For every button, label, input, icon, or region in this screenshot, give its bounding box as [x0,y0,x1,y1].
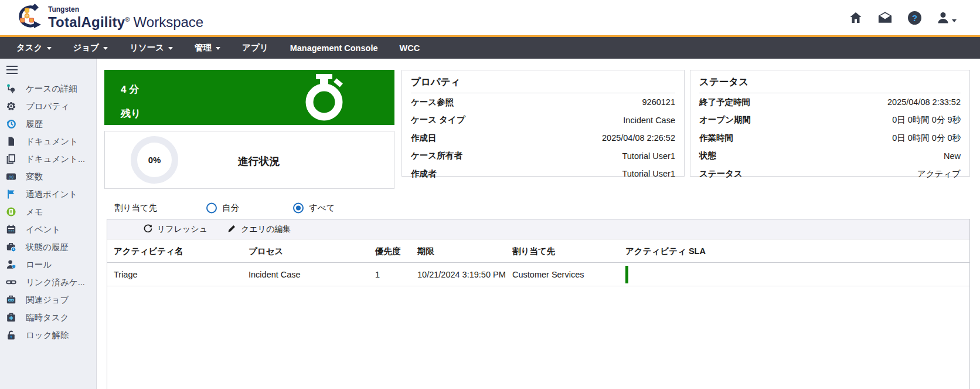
time-remaining-label: 残り [121,107,141,120]
sidebar-item-history[interactable]: 履歴 [0,115,96,133]
registered-mark: ® [125,16,130,23]
sidebar-item-properties[interactable]: プロパティ [0,97,96,115]
cell-assigned-to: Customer Services [512,270,584,279]
calendar-icon [6,224,16,235]
brand: Tungsten TotalAgility®Workspace [0,3,203,32]
table-row[interactable]: Triage Incident Case 1 10/21/2024 3:19:5… [107,263,969,286]
gear-icon [6,101,16,111]
sidebar-item-events[interactable]: イベント [0,221,96,238]
nav-tasks[interactable]: タスク [16,42,52,53]
nav-apps[interactable]: アプリ [242,42,268,53]
app-header: Tungsten TotalAgility®Workspace ? [0,0,980,35]
sidebar-item-case-details[interactable]: ケースの詳細 [0,80,96,97]
col-due-date[interactable]: 期限 [417,245,434,256]
sidebar-item-notes[interactable]: メモ [0,203,96,221]
nav-management-console[interactable]: Management Console [290,43,378,53]
property-row: 作成者Tutorial User1 [411,165,675,183]
assigned-to-label: 割り当て先 [114,202,157,214]
time-remaining-value: 4 分 [121,83,139,96]
sidebar-item-linked-cases[interactable]: リンク済みケ... [0,273,96,291]
stopwatch-icon [301,73,348,124]
sidebar-item-variables[interactable]: (x) 変数 [0,168,96,185]
sidebar-item-documents[interactable]: ドキュメント [0,133,96,150]
property-row: ケース所有者Tutorial User1 [411,147,675,165]
status-row: 終了予定時間2025/04/08 2:33:52 [699,93,961,111]
role-icon [6,259,16,270]
document-icon [6,136,16,147]
property-row: ケース タイプIncident Case [411,111,675,130]
adhoc-task-icon [6,312,16,323]
flag-icon [6,189,16,199]
user-menu-icon[interactable] [936,11,957,25]
refresh-button[interactable]: リフレッシュ [144,224,207,235]
state-history-icon [6,242,16,252]
chevron-down-icon [47,47,52,50]
home-icon[interactable] [848,10,863,25]
cell-process: Incident Case [249,270,301,279]
help-icon[interactable]: ? [907,10,922,25]
documents-icon [6,154,16,164]
progress-card: 0% 進行状況 [104,131,394,189]
radio-icon [206,202,217,213]
sidebar-item-adhoc-tasks[interactable]: 臨時タスク [0,309,96,326]
sla-timer-card: 4 分 残り [104,70,394,125]
status-title: ステータス [699,76,961,93]
status-row: ステータスアクティブ [699,165,961,183]
note-icon [6,207,16,217]
user-caret-icon [952,19,957,22]
grid-toolbar: リフレッシュ クエリの編集 [107,219,969,239]
sidebar-item-milestones[interactable]: 通過ポイント [0,185,96,203]
property-row: 作成日2025/04/08 2:26:52 [411,129,675,147]
cell-due-date: 10/21/2024 3:19:50 PM [417,270,506,279]
activity-grid: リフレッシュ クエリの編集 アクティビティ名 プロセス 優先度 期限 割り当て先… [107,219,970,389]
svg-text:?: ? [911,13,917,23]
radio-assigned-me[interactable]: 自分 [206,202,239,214]
nav-resources[interactable]: リソース [130,42,173,53]
status-row: 状態New [699,147,961,165]
sidebar: ケースの詳細 プロパティ 履歴 ドキュメント ドキュメント... (x) 変数 … [0,59,97,389]
table-header: アクティビティ名 プロセス 優先度 期限 割り当て先 アクティビティ SLA [107,239,969,263]
col-assigned-to[interactable]: 割り当て先 [512,245,555,256]
col-activity-sla[interactable]: アクティビティ SLA [625,245,706,256]
col-process[interactable]: プロセス [249,245,283,256]
case-details-icon [6,83,16,94]
link-icon [6,277,16,287]
refresh-icon [144,224,152,235]
related-jobs-icon [6,295,16,305]
brand-tungsten: Tungsten [48,6,203,13]
sla-status-bar [625,266,628,283]
sidebar-item-unlock[interactable]: ロック解除 [0,326,96,344]
property-row: ケース参照9260121 [411,93,675,111]
progress-label: 進行状況 [124,154,394,168]
edit-query-button[interactable]: クエリの編集 [227,224,291,235]
chevron-down-icon [216,47,220,50]
pencil-icon [227,224,236,235]
totalagility-logo-icon [13,3,42,32]
sidebar-item-document-sets[interactable]: ドキュメント... [0,150,96,168]
radio-selected-icon [293,202,304,213]
col-priority[interactable]: 優先度 [375,245,401,256]
main-content: 4 分 残り 0% 進行状況 プロパティ ケース参照9260121 ケース タイ [97,59,980,389]
radio-assigned-all[interactable]: すべて [293,202,335,214]
main-nav: タスク ジョブ リソース 管理 アプリ Management Console W… [0,37,980,59]
cell-priority: 1 [375,270,380,279]
variable-icon: (x) [6,171,16,182]
nav-jobs[interactable]: ジョブ [73,42,108,53]
chevron-down-icon [168,47,173,50]
history-icon [6,119,16,129]
sidebar-item-related-jobs[interactable]: 関連ジョブ [0,291,96,309]
svg-text:(x): (x) [9,174,14,180]
status-row: オープン期間0日 0時間 0分 9秒 [699,111,961,130]
properties-panel: プロパティ ケース参照9260121 ケース タイプIncident Case … [401,70,685,177]
assigned-to-filter: 割り当て先 自分 すべて [97,201,980,214]
menu-icon[interactable] [6,66,18,74]
nav-wcc[interactable]: WCC [399,43,420,53]
properties-title: プロパティ [411,76,675,93]
mail-icon[interactable] [877,10,893,25]
nav-admin[interactable]: 管理 [195,42,220,53]
sidebar-item-state-history[interactable]: 状態の履歴 [0,238,96,256]
sidebar-item-roles[interactable]: ロール [0,256,96,273]
chevron-down-icon [103,47,108,50]
col-activity-name[interactable]: アクティビティ名 [114,245,183,256]
brand-workspace: Workspace [134,14,204,30]
